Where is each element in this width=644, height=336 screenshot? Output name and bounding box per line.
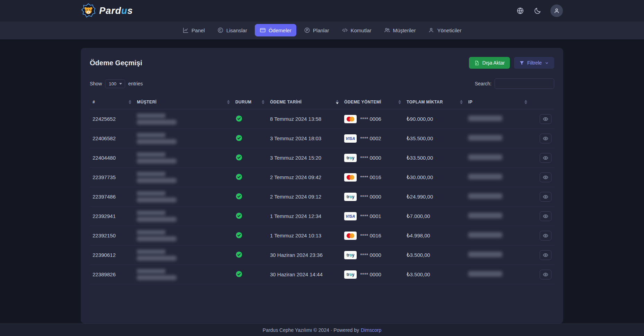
view-details-button[interactable] (540, 250, 551, 260)
mastercard-icon (344, 115, 357, 123)
payment-date: 30 Haziran 2024 14:44 (267, 265, 341, 284)
payment-amount: ₺30.000,00 (404, 168, 465, 187)
card-mask: **** 0000 (360, 155, 381, 161)
table-row: 224044803 Temmuz 2024 15:20troy**** 0000… (90, 148, 554, 168)
main-nav: PanelLisanslarÖdemelerPlanlarKomutlarMüş… (0, 22, 644, 39)
view-details-button[interactable] (540, 173, 551, 182)
ip-redacted (468, 116, 502, 121)
status-success-icon (235, 212, 243, 219)
export-button[interactable]: Dışa Aktar (469, 57, 510, 69)
troy-icon: troy (344, 270, 357, 279)
redacted-text-bar (137, 211, 165, 215)
view-details-button[interactable] (540, 211, 551, 221)
redacted-text-bar (137, 269, 165, 274)
sort-asc-icon (460, 100, 463, 102)
user-icon (428, 27, 434, 33)
redacted-text-bar (137, 172, 165, 176)
code-icon (342, 27, 348, 33)
sort-asc-icon (129, 100, 131, 102)
page-size-control: Show 100 entries (90, 79, 143, 88)
view-details-button[interactable] (540, 153, 551, 163)
column-header-musteri[interactable]: MÜŞTERİ (134, 95, 233, 109)
status-success-icon (235, 173, 243, 180)
nav-item-lisanslar[interactable]: Lisanslar (212, 24, 252, 36)
nav-item-yoneticiler[interactable]: Yöneticiler (423, 24, 466, 36)
view-details-button[interactable] (540, 270, 551, 279)
search-input[interactable] (495, 78, 554, 89)
filter-button[interactable]: Filtrele (514, 57, 554, 69)
page-size-select[interactable]: 100 (105, 79, 125, 88)
view-details-button[interactable] (540, 231, 551, 241)
nav-item-odemeler[interactable]: Ödemeler (255, 24, 296, 36)
sort-icons (227, 100, 230, 104)
sort-desc-icon (227, 102, 230, 104)
payments-card: Ödeme Geçmişi Dışa Aktar Filtrele (81, 48, 563, 324)
view-details-button[interactable] (540, 134, 551, 143)
column-header-ip[interactable]: IP (465, 95, 530, 109)
sort-desc-icon (262, 102, 264, 104)
page: Pardus PanelLisanslarÖdemelerPlanlarKomu… (0, 0, 644, 336)
brand-wordmark: Pardus (99, 6, 133, 16)
table-head: #MÜŞTERİDURUMÖDEME TARİHİÖDEME YÖNTEMİTO… (90, 95, 554, 109)
view-details-button[interactable] (540, 114, 551, 124)
chart-icon (183, 27, 189, 33)
column-header-odeme-tarihi[interactable]: ÖDEME TARİHİ (267, 95, 341, 109)
filter-button-label: Filtrele (527, 60, 542, 66)
card-mask: **** 0006 (360, 116, 381, 122)
footer-link-dimscorp[interactable]: Dimscorp (361, 327, 381, 333)
sort-desc-icon (336, 102, 339, 104)
ip-redacted (468, 232, 502, 238)
nav-item-komutlar[interactable]: Komutlar (337, 24, 376, 36)
main-content: Ödeme Geçmişi Dışa Aktar Filtrele (0, 39, 644, 324)
payment-amount: ₺3.500,00 (404, 265, 465, 284)
column-header-toplam-miktar[interactable]: TOPLAM MİKTAR (404, 95, 465, 109)
status-success-icon (235, 251, 243, 258)
column-header-id[interactable]: # (90, 95, 134, 109)
payment-id: 22392150 (90, 226, 134, 245)
card-mask: **** 0000 (360, 252, 381, 258)
troy-icon: troy (344, 251, 357, 259)
nav-item-label: Ödemeler (269, 27, 291, 33)
troy-icon: troy (344, 193, 357, 201)
column-label: ÖDEME TARİHİ (270, 100, 302, 104)
file-export-icon (474, 60, 479, 66)
column-header-durum[interactable]: DURUM (233, 95, 267, 109)
sort-desc-icon (129, 102, 131, 104)
card-mask: **** 0000 (360, 271, 381, 277)
customer-redacted (137, 172, 230, 183)
column-header-actions (530, 95, 554, 109)
payment-date: 3 Temmuz 2024 15:20 (267, 148, 341, 168)
column-header-odeme-yontemi[interactable]: ÖDEME YÖNTEMİ (341, 95, 404, 109)
sort-icons (398, 100, 401, 104)
sort-asc-icon (262, 100, 264, 102)
table-row: 223974862 Temmuz 2024 09:12troy**** 0000… (90, 187, 554, 207)
nav-item-planlar[interactable]: Planlar (299, 24, 334, 36)
user-avatar-icon[interactable] (550, 5, 563, 17)
customer-redacted (137, 250, 230, 261)
search-label: Search: (475, 81, 491, 86)
payment-id: 22404480 (90, 148, 134, 168)
payment-amount: ₺24.990,00 (404, 187, 465, 207)
brand-logo[interactable]: Pardus (81, 3, 133, 19)
column-label: DURUM (235, 100, 252, 104)
card-mask: **** 0000 (360, 194, 381, 200)
status-success-icon (235, 193, 243, 200)
topbar: Pardus (0, 0, 644, 22)
redacted-text-bar (137, 133, 165, 137)
payment-amount: ₺90.000,00 (404, 109, 465, 129)
redacted-text-bar (137, 139, 176, 144)
sort-icons (336, 100, 339, 104)
customer-redacted (137, 152, 230, 163)
redacted-text-bar (137, 250, 165, 254)
nav-item-panel[interactable]: Panel (178, 24, 210, 36)
customer-redacted (137, 133, 230, 144)
redacted-text-bar (137, 275, 176, 280)
moon-icon[interactable] (533, 6, 542, 15)
ip-redacted (468, 135, 502, 141)
view-details-button[interactable] (540, 192, 551, 202)
table-header-row: #MÜŞTERİDURUMÖDEME TARİHİÖDEME YÖNTEMİTO… (90, 95, 554, 109)
nav-item-musteriler[interactable]: Müşteriler (379, 24, 421, 36)
nav-item-label: Planlar (313, 27, 329, 33)
redacted-text-bar (137, 198, 176, 202)
globe-icon[interactable] (516, 6, 525, 15)
